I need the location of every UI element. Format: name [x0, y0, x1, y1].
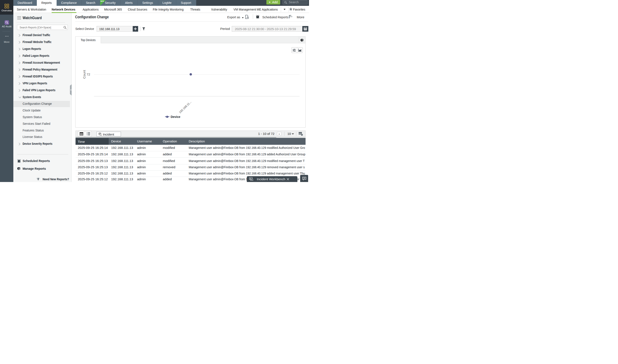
svg-text:NEW: NEW — [101, 0, 104, 2]
